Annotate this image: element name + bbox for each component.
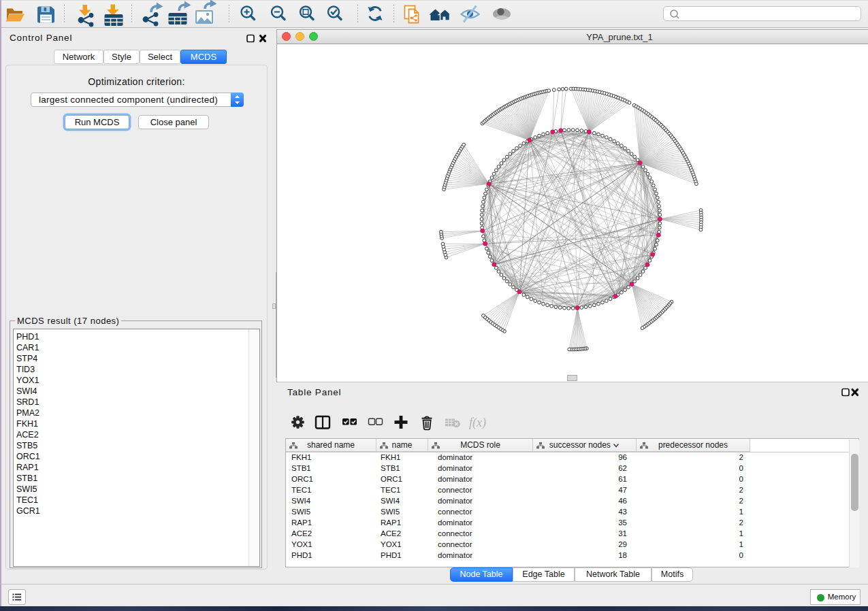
svg-text:f(x): f(x) [469,416,486,430]
